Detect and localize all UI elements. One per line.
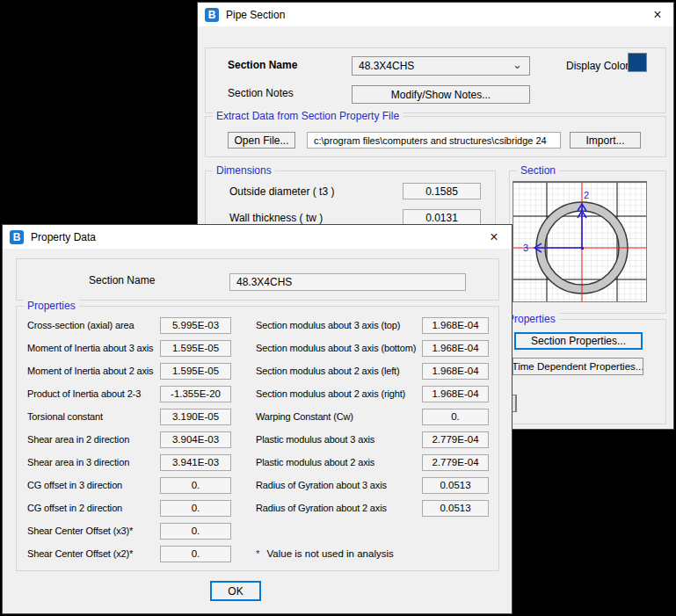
section-name-value: 48.3X4CHS	[359, 60, 414, 72]
csibridge-logo-icon: B	[205, 8, 219, 22]
property-row: Section modulus about 2 axis (left)1.968…	[256, 359, 489, 382]
property-row: Shear Center Offset (x3)*0.	[27, 519, 231, 542]
property-label: Section modulus about 2 axis (left)	[256, 366, 422, 376]
property-value-field[interactable]: 0.	[160, 546, 231, 562]
property-row: Moment of Inertia about 3 axis1.595E-05	[27, 337, 231, 359]
property-row: CG offset in 3 direction0.	[27, 474, 231, 496]
pipe-section-titlebar[interactable]: B Pipe Section	[198, 3, 673, 26]
property-value-field[interactable]: 1.595E-05	[160, 363, 231, 380]
property-value-field[interactable]: 3.190E-05	[160, 409, 231, 425]
section-name-dropdown[interactable]: 48.3X4CHS ⌄	[352, 56, 530, 76]
property-value-field[interactable]: 1.968E-04	[422, 386, 489, 402]
dimensions-group-title: Dimensions	[213, 164, 275, 178]
section-group-title: Section	[517, 164, 559, 178]
properties-box-title: Properties	[24, 300, 79, 313]
import-button[interactable]: Import...	[570, 132, 641, 149]
wall-thickness-label: Wall thickness ( tw )	[229, 212, 323, 224]
property-row: Section modulus about 3 axis (top)1.968E…	[256, 314, 489, 337]
outside-diameter-field[interactable]: 0.1585	[403, 183, 481, 199]
property-label: Shear Center Offset (x3)*	[27, 525, 160, 536]
open-file-button[interactable]: Open File...	[228, 132, 295, 149]
property-row: Shear area in 2 direction3.904E-03	[27, 428, 231, 451]
time-dependent-properties-button[interactable]: Time Dependent Properties...	[512, 358, 643, 375]
property-value-field[interactable]: -1.355E-20	[160, 386, 231, 402]
property-value-field[interactable]: 0.	[160, 523, 231, 540]
axis-3-label: 3	[523, 243, 528, 253]
property-label: Torsional constant	[27, 411, 160, 422]
property-value-field[interactable]: 5.995E-03	[160, 317, 231, 334]
property-row: Product of Inertia about 2-3-1.355E-20	[27, 382, 231, 405]
property-label: Section modulus about 3 axis (top)	[256, 320, 422, 330]
property-data-titlebar[interactable]: B Property Data	[3, 225, 512, 249]
property-label: Section modulus about 2 axis (right)	[256, 388, 422, 399]
property-label: Shear area in 3 direction	[27, 457, 160, 467]
properties-right-column: Section modulus about 3 axis (top)1.968E…	[256, 314, 489, 519]
property-value-field[interactable]: 1.968E-04	[422, 363, 489, 380]
property-value-field[interactable]: 0.	[160, 477, 231, 494]
property-label: Plastic modulus about 3 axis	[256, 434, 422, 445]
property-row: Plastic modulus about 2 axis2.779E-04	[256, 451, 489, 474]
property-value-field[interactable]: 1.968E-04	[422, 317, 489, 334]
property-value-field[interactable]: 2.779E-04	[422, 431, 489, 448]
property-row: Section modulus about 2 axis (right)1.96…	[256, 382, 489, 405]
property-label: Warping Constant (Cw)	[256, 411, 422, 422]
property-row: Cross-section (axial) area5.995E-03	[27, 314, 231, 337]
footnote-text: Value is not used in analysis	[266, 548, 393, 559]
property-label: Plastic modulus about 2 axis	[256, 457, 422, 467]
pipe-section-title: Pipe Section	[226, 9, 285, 21]
property-label: Product of Inertia about 2-3	[27, 388, 160, 399]
section-name-label: Section Name	[89, 274, 155, 286]
property-value-field[interactable]: 1.595E-05	[160, 340, 231, 357]
property-row: Section modulus about 3 axis (bottom)1.9…	[256, 337, 489, 359]
property-row: Shear Center Offset (x2)*0.	[27, 542, 231, 565]
footnote: *Value is not used in analysis	[256, 548, 394, 559]
property-row: Torsional constant3.190E-05	[27, 405, 231, 428]
property-value-field[interactable]: 0.	[160, 500, 231, 517]
close-icon[interactable]: ×	[643, 3, 672, 26]
section-notes-label: Section Notes	[228, 87, 294, 99]
pipe-section-drawing: 2 3	[512, 181, 647, 302]
property-row: Warping Constant (Cw)0.	[256, 405, 489, 428]
csibridge-logo-icon: B	[10, 230, 24, 244]
property-row: CG offset in 2 direction0.	[27, 496, 231, 519]
section-properties-button[interactable]: Section Properties...	[514, 332, 643, 350]
property-label: Shear Center Offset (x2)*	[27, 548, 160, 559]
property-label: Moment of Inertia about 2 axis	[27, 366, 160, 376]
property-label: Moment of Inertia about 3 axis	[27, 343, 160, 353]
desktop-background: B Pipe Section × Section Name 48.3X4CHS …	[0, 0, 676, 616]
property-label: CG offset in 2 direction	[27, 503, 160, 513]
pipe-section-svg: 2 3	[513, 183, 646, 301]
property-value-field[interactable]: 0.0513	[422, 500, 489, 517]
chevron-down-icon: ⌄	[512, 58, 522, 71]
section-name-label: Section Name	[228, 59, 297, 71]
property-value-field[interactable]: 0.0513	[422, 477, 489, 494]
property-row: Radius of Gyration about 3 axis0.0513	[256, 474, 489, 496]
property-row: Plastic modulus about 3 axis2.779E-04	[256, 428, 489, 451]
footnote-asterisk: *	[256, 548, 259, 559]
property-label: Shear area in 2 direction	[27, 434, 160, 445]
property-value-field[interactable]: 0.	[422, 409, 489, 425]
file-path-field[interactable]: c:\program files\computers and structure…	[307, 132, 561, 149]
property-row: Shear area in 3 direction3.941E-03	[27, 451, 231, 474]
property-value-field[interactable]: 3.904E-03	[160, 431, 231, 448]
display-color-swatch[interactable]	[628, 53, 647, 72]
property-value-field[interactable]: 3.941E-03	[160, 454, 231, 471]
property-label: Radius of Gyration about 2 axis	[256, 503, 422, 513]
property-data-dialog: B Property Data × Section Name 48.3X4CHS…	[2, 224, 512, 614]
property-label: Section modulus about 3 axis (bottom)	[256, 343, 422, 353]
section-name-field[interactable]: 48.3X4CHS	[229, 273, 466, 291]
property-value-field[interactable]: 2.779E-04	[422, 454, 489, 471]
modify-show-notes-button[interactable]: Modify/Show Notes...	[352, 85, 530, 104]
display-color-label: Display Color	[566, 60, 629, 72]
property-value-field[interactable]: 1.968E-04	[422, 340, 489, 357]
close-icon[interactable]: ×	[480, 225, 508, 249]
outside-diameter-label: Outside diameter ( t3 )	[229, 185, 334, 198]
property-label: Cross-section (axial) area	[27, 320, 160, 330]
extract-data-group-title: Extract Data from Section Property File	[213, 110, 403, 123]
ok-button[interactable]: OK	[210, 581, 261, 601]
property-data-title: Property Data	[31, 231, 96, 243]
property-label: CG offset in 3 direction	[27, 480, 160, 490]
property-row: Moment of Inertia about 2 axis1.595E-05	[27, 359, 231, 382]
property-label: Radius of Gyration about 3 axis	[256, 480, 422, 490]
axis-2-label: 2	[584, 190, 589, 200]
